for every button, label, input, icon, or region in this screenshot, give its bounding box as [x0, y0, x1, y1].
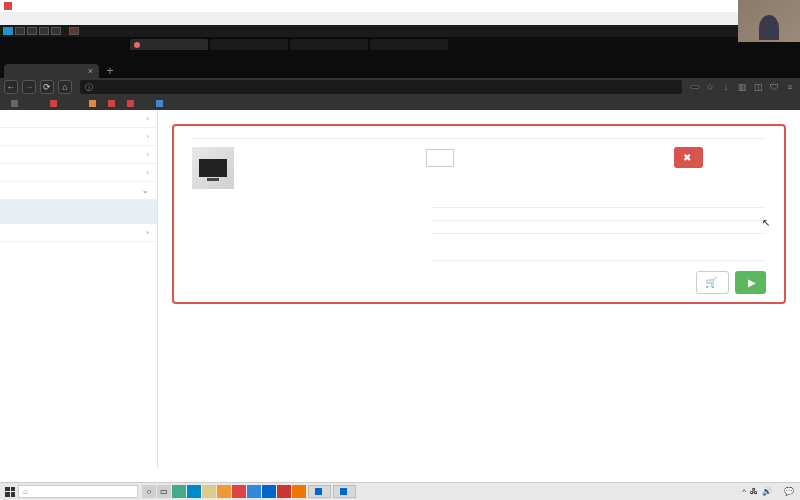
sidebar-subitem-html-tampering[interactable] — [0, 216, 157, 224]
new-tab-button[interactable]: + — [103, 64, 117, 78]
firefox-favicon-icon — [134, 42, 140, 48]
taskbar-pinned: ○ ▭ — [142, 485, 306, 498]
checkout-button[interactable]: ▶ — [735, 271, 766, 294]
vbox-icon — [4, 2, 12, 10]
vbox-task-icon — [340, 488, 347, 495]
window-tab-webgoat[interactable] — [130, 39, 208, 50]
kali-workspace-1[interactable] — [15, 27, 25, 35]
remove-button[interactable]: ✖ — [674, 147, 703, 168]
close-tab-icon[interactable]: × — [88, 66, 93, 76]
sidebar-subitem-bypass[interactable] — [0, 200, 157, 208]
chrome-icon[interactable] — [232, 485, 246, 498]
address-bar[interactable]: ⓘ — [80, 80, 682, 94]
quantity-input[interactable] — [426, 149, 454, 167]
library-icon[interactable]: ▥ — [736, 81, 748, 93]
sidebar-item-deserialization[interactable]: › — [0, 128, 157, 146]
bookmark-icon — [89, 100, 96, 107]
cortana-icon[interactable]: ○ — [142, 485, 156, 498]
subtotal-row — [432, 207, 766, 220]
total-row — [432, 233, 766, 254]
start-button[interactable] — [2, 485, 18, 499]
kali-workspace-2[interactable] — [27, 27, 37, 35]
bookmark-icon — [108, 100, 115, 107]
kali-workspace-4[interactable] — [51, 27, 61, 35]
bookmark-icon — [50, 100, 57, 107]
sidebar-item-vulnerable-components[interactable]: › — [0, 146, 157, 164]
chevron-right-icon: › — [146, 150, 149, 159]
webcam-overlay — [738, 0, 800, 42]
bookmark-icon — [156, 100, 163, 107]
sidebar-item-request-forgeries[interactable]: › — [0, 164, 157, 182]
webcam-person — [759, 15, 779, 40]
sidebar-subitem-filtering[interactable] — [0, 208, 157, 216]
download-icon[interactable]: ↓ — [720, 81, 732, 93]
store-icon[interactable] — [202, 485, 216, 498]
bookmark-webgoat-login[interactable] — [153, 100, 168, 107]
bookmark-kali-docs[interactable] — [47, 100, 62, 107]
chevron-right-icon: › — [146, 132, 149, 141]
action-cell: ✖ — [674, 147, 766, 168]
bookmark-exploit-db[interactable] — [105, 100, 120, 107]
edge-icon[interactable] — [187, 485, 201, 498]
zoom-level[interactable] — [690, 85, 700, 89]
sidebar-header-challenges[interactable]: › — [0, 224, 157, 242]
kali-app-icon[interactable] — [69, 27, 79, 35]
forward-button[interactable]: → — [22, 80, 36, 94]
home-button[interactable]: ⌂ — [58, 80, 72, 94]
sidebar-header-client-side[interactable]: ⌄ — [0, 182, 157, 200]
reload-button[interactable]: ⟳ — [40, 80, 54, 94]
back-button[interactable]: ← — [4, 80, 18, 94]
obs-icon[interactable] — [277, 485, 291, 498]
checkout-actions: 🛒 ▶ — [432, 260, 766, 294]
info-icon[interactable]: ⓘ — [85, 82, 93, 93]
tray-notifications-icon[interactable]: 💬 — [784, 487, 794, 496]
kali-workspace-3[interactable] — [39, 27, 49, 35]
window-tab-terminal-1[interactable] — [210, 39, 288, 50]
windows-taskbar: ⌕ ○ ▭ ^ 🖧 🔊 💬 — [0, 482, 800, 500]
xbox-icon[interactable] — [172, 485, 186, 498]
chevron-right-icon: › — [146, 168, 149, 177]
browser-tab-webgoat[interactable]: × — [4, 64, 99, 78]
explorer-icon[interactable] — [217, 485, 231, 498]
window-tab-terminal-3[interactable] — [370, 39, 448, 50]
shield-icon[interactable]: 🛡 — [768, 81, 780, 93]
vbox-menubar — [0, 12, 800, 25]
firefox-icon[interactable] — [292, 485, 306, 498]
tray-volume-icon[interactable]: 🔊 — [762, 487, 772, 496]
sidebar-toggle-icon[interactable]: ◫ — [752, 81, 764, 93]
lesson-sidebar: › › › › ⌄ › — [0, 110, 158, 468]
menu-hamburger-icon[interactable]: ≡ — [784, 81, 796, 93]
bookmark-kali-linux[interactable] — [8, 100, 23, 107]
vbox-task-icon — [315, 488, 322, 495]
search-icon: ⌕ — [23, 487, 28, 496]
cart-item-row: ✖ — [192, 143, 766, 199]
taskbar-search[interactable]: ⌕ — [18, 485, 138, 498]
sidebar-item-xss[interactable]: › — [0, 110, 157, 128]
taskbar-task-vbox[interactable] — [308, 485, 331, 498]
firefox-window-title — [0, 50, 800, 62]
page-content: › › › › ⌄ › — [0, 110, 800, 468]
taskview-icon[interactable]: ▭ — [157, 485, 171, 498]
product-image — [192, 147, 234, 189]
vbox-icon[interactable] — [262, 485, 276, 498]
bookmark-icon — [11, 100, 18, 107]
chevron-down-icon: ⌄ — [142, 186, 149, 195]
continue-shopping-button[interactable]: 🛒 — [696, 271, 729, 294]
cart-header-row — [192, 134, 766, 139]
chevron-right-icon: › — [146, 228, 149, 237]
vscode-icon[interactable] — [247, 485, 261, 498]
tray-chevron-icon[interactable]: ^ — [742, 487, 746, 496]
firefox-window-tabs — [0, 37, 800, 50]
kali-panel — [0, 25, 800, 37]
bookmark-ghdb[interactable] — [124, 100, 139, 107]
kali-launcher-icon[interactable] — [3, 27, 13, 35]
bookmark-star-icon[interactable]: ☆ — [704, 81, 716, 93]
bookmark-offensive-security[interactable] — [86, 100, 101, 107]
tv-icon — [199, 159, 227, 177]
tray-network-icon[interactable]: 🖧 — [750, 487, 758, 496]
taskbar-task-kali[interactable] — [333, 485, 356, 498]
system-tray: ^ 🖧 🔊 💬 — [742, 487, 798, 496]
vbox-titlebar — [0, 0, 800, 12]
window-tab-terminal-2[interactable] — [290, 39, 368, 50]
browser-toolbar: ← → ⟳ ⌂ ⓘ ☆ ↓ ▥ ◫ 🛡 ≡ — [0, 78, 800, 96]
